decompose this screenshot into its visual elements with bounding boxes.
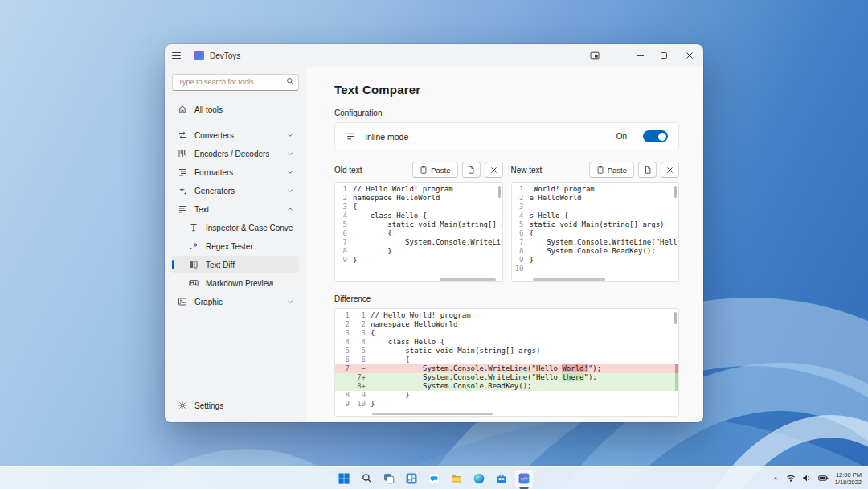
diff-line-text: { <box>371 329 678 338</box>
line-number: 3 <box>335 203 353 212</box>
tray-time: 12:00 PM <box>835 471 862 479</box>
system-tray: 12:00 PM 1/18/2022 <box>772 467 862 489</box>
converters-icon <box>178 130 187 140</box>
app-title: DevToys <box>210 51 240 60</box>
close-button[interactable] <box>676 44 703 67</box>
sidebar: All tools Converters Encoders / Decoders… <box>165 67 306 422</box>
graphic-icon <box>178 297 187 306</box>
task-view-button[interactable] <box>379 469 399 488</box>
sidebar-item-inspector-case-converter[interactable]: Inspector & Case Converter <box>172 219 299 236</box>
home-icon <box>178 105 187 114</box>
devtoys-taskbar-button[interactable]: </> <box>514 469 534 488</box>
new-text-label: New text <box>511 166 542 175</box>
line-number: 6 <box>512 229 530 238</box>
sidebar-item-converters[interactable]: Converters <box>172 126 299 144</box>
sidebar-item-markdown-preview[interactable]: Markdown Preview <box>172 274 299 292</box>
old-text-editor[interactable]: 1// Hello World! program 2namespace Hell… <box>334 182 503 282</box>
store-button[interactable] <box>492 469 511 488</box>
search-input[interactable] <box>172 74 299 91</box>
tray-date: 1/18/2022 <box>835 479 862 486</box>
chat-button[interactable] <box>424 469 444 488</box>
new-load-file-button[interactable] <box>638 162 657 178</box>
minimize-button[interactable] <box>628 44 652 67</box>
code-line: 9} <box>512 256 679 265</box>
overview-ruler-removed-mark <box>675 364 678 373</box>
start-button[interactable] <box>334 469 354 488</box>
edge-button[interactable] <box>469 469 489 488</box>
clock-date[interactable]: 12:00 PM 1/18/2022 <box>835 471 862 486</box>
taskbar: </> 12:00 PM 1/18/2022 <box>0 466 868 489</box>
maximize-button[interactable] <box>652 44 676 67</box>
devtoys-logo-icon <box>194 51 204 60</box>
compact-overlay-button[interactable] <box>583 44 607 67</box>
sidebar-item-label: Text Diff <box>206 261 235 269</box>
sidebar-item-generators[interactable]: Generators <box>172 182 299 199</box>
vertical-scrollbar-thumb[interactable] <box>498 186 501 198</box>
diff-line-text: System.Console.WriteLine("Hello World!")… <box>371 364 678 373</box>
difference-label: Difference <box>334 294 679 303</box>
sidebar-item-formatters[interactable]: Formatters <box>172 163 299 181</box>
file-icon <box>644 166 652 175</box>
volume-icon[interactable] <box>802 474 812 483</box>
new-clear-button[interactable] <box>661 162 679 178</box>
diff-row: 44 class Hello { <box>335 338 678 347</box>
line-text: // Hello World! program <box>353 185 453 194</box>
chevron-down-icon <box>287 150 293 157</box>
sidebar-item-graphic[interactable]: Graphic <box>172 293 299 310</box>
new-text-editor[interactable]: 1 World! program 2e HelloWorld 3 4s Hell… <box>511 182 680 282</box>
devtoys-window: DevToys All tools <box>165 44 703 422</box>
line-number: 7 <box>335 238 353 247</box>
diff-line-number-old: 7 <box>335 364 353 373</box>
new-paste-button[interactable]: Paste <box>589 162 634 178</box>
battery-icon[interactable] <box>818 474 829 483</box>
diff-row-removed: 7− System.Console.WriteLine("Hello World… <box>335 364 678 373</box>
tray-chevron-up-icon[interactable] <box>772 475 780 483</box>
sidebar-item-label: Converters <box>194 131 234 140</box>
diff-line-number-old: 8 <box>335 391 353 400</box>
taskbar-search-button[interactable] <box>357 469 376 488</box>
horizontal-scrollbar-thumb[interactable] <box>440 278 496 281</box>
sidebar-item-all-tools[interactable]: All tools <box>172 101 299 118</box>
line-text: } <box>353 247 392 256</box>
sidebar-item-text-diff[interactable]: Text Diff <box>172 256 299 273</box>
code-line: 3 <box>512 203 679 212</box>
diff-line-text: } <box>371 400 678 409</box>
diff-line-text: System.Console.WriteLine("Hello there"); <box>371 373 678 382</box>
vertical-scrollbar-thumb[interactable] <box>674 312 677 324</box>
titlebar[interactable]: DevToys <box>165 44 703 67</box>
sidebar-item-text[interactable]: Text <box>172 200 299 218</box>
clear-icon <box>490 166 497 174</box>
horizontal-scrollbar-thumb[interactable] <box>533 278 605 281</box>
sidebar-item-encoders-decoders[interactable]: Encoders / Decoders <box>172 145 299 162</box>
wifi-icon[interactable] <box>786 474 796 483</box>
inline-mode-toggle[interactable] <box>643 130 668 142</box>
hamburger-menu-button[interactable] <box>172 47 190 64</box>
chevron-down-icon <box>287 132 293 138</box>
edge-icon <box>473 473 485 484</box>
old-load-file-button[interactable] <box>462 162 481 178</box>
diff-line-number-new: 1 <box>353 311 371 320</box>
file-explorer-button[interactable] <box>447 469 466 488</box>
sidebar-item-regex-tester[interactable]: Regex Tester <box>172 237 299 255</box>
old-clear-button[interactable] <box>485 162 503 178</box>
vertical-scrollbar-thumb[interactable] <box>674 186 677 198</box>
diff-line-number-new: 9 <box>353 391 371 400</box>
old-text-label: Old text <box>334 166 362 175</box>
text-category-icon <box>178 204 187 214</box>
diff-line-number-old: 5 <box>335 347 353 355</box>
diff-line-number-new: 5 <box>353 347 371 355</box>
toggle-knob <box>658 133 666 141</box>
inspector-icon <box>189 223 199 232</box>
diff-line-number-old: 3 <box>335 329 353 338</box>
diff-line-number-new: 4 <box>353 338 371 347</box>
maximize-icon <box>661 52 667 59</box>
line-text: } <box>530 256 534 265</box>
diff-line-text: { <box>371 355 678 364</box>
diff-row: 11// Hello World! program <box>335 311 678 320</box>
diff-line-text: // Hello World! program <box>371 311 678 320</box>
old-paste-button[interactable]: Paste <box>412 162 457 178</box>
difference-editor[interactable]: 11// Hello World! program 22namespace He… <box>334 308 679 417</box>
widgets-button[interactable] <box>402 469 421 488</box>
horizontal-scrollbar-thumb[interactable] <box>372 413 493 415</box>
sidebar-item-settings[interactable]: Settings <box>172 397 299 414</box>
